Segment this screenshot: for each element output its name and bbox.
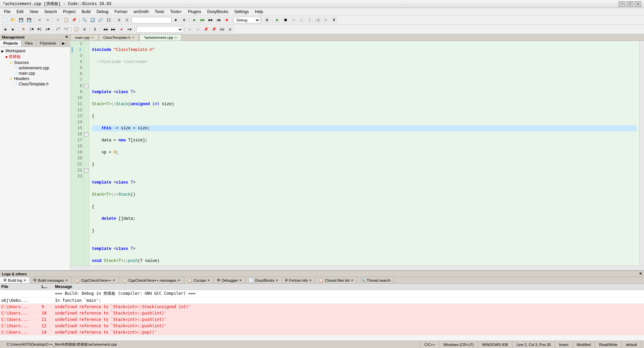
log-row-error-12[interactable]: C:\Users... 12 undefined reference to `S… [0,323,644,329]
editor-content[interactable]: 1 2 3 4 5 6 7 8 9 10 11 12 13 14 15 16 1… [70,41,644,266]
redo-button[interactable]: ↪ [44,16,51,24]
code-area[interactable]: #include "ClassTemplate.h" //#include <i… [89,41,639,266]
debug-step-out-button[interactable]: ↑ [306,16,313,24]
symbol-dropdown[interactable] [136,26,183,33]
save-button[interactable]: 💾 [17,16,25,24]
menu-tools-plus[interactable]: Tools+ [167,9,184,15]
tree-acheivement-cpp[interactable]: 📄 acheivement.cpp [1,65,69,71]
tab-acheivement-cpp-close[interactable]: ✕ [174,36,177,40]
info-button[interactable]: ℹ [91,26,99,33]
minimize-button[interactable]: ─ [619,1,625,7]
tab-files[interactable]: Files [21,40,36,47]
run-button[interactable]: ▶▶ [199,16,206,24]
debug-step-button[interactable]: ↓ [298,16,305,24]
pin-button[interactable]: 📌 [202,26,210,33]
unpin-button[interactable]: 📌 [210,26,218,33]
tab-cscope[interactable]: 📋 Cscope ✕ [184,277,214,283]
red-mark-button[interactable]: ● [118,26,125,33]
tab-projects[interactable]: Projects [0,40,21,47]
abort-button[interactable]: ⊠ [263,16,271,24]
menu-help[interactable]: Help [252,9,266,15]
maximize-button[interactable]: □ [627,1,633,7]
menu-file[interactable]: File [1,9,13,15]
tab-main-cpp-close[interactable]: ✕ [91,36,94,40]
menu-build[interactable]: Build [79,9,93,15]
info2-button[interactable]: Aα [218,26,226,33]
log-row-error-11[interactable]: C:\Users... 11 undefined reference to `S… [0,317,644,323]
debug-toggle-break-button[interactable]: ○ [322,16,329,24]
cppcheck-messages-close[interactable]: ✕ [178,279,180,282]
stop-button[interactable]: ■ [223,16,230,24]
open-button[interactable]: 📂 [9,16,17,24]
tab-acheivement-cpp[interactable]: *acheivement.cpp ✕ [140,34,181,41]
copy-button[interactable]: 📋 [62,16,70,24]
search-replace-button[interactable]: ⇄ [226,26,234,33]
new-button[interactable]: 📄 [1,16,9,24]
sidebar-close-button[interactable]: ✕ [65,35,68,39]
debug-run-to-button[interactable]: →| [314,16,321,24]
fold-16[interactable]: − [84,132,88,136]
tree-workspace[interactable]: ▶ Workspace [1,48,69,54]
arrow-left-button[interactable]: ← [186,26,194,33]
log-row-error-14[interactable]: C:\Users... 14 undefined reference to `S… [0,329,644,336]
menu-fortran[interactable]: Fortran [112,9,130,15]
bookmark-toggle-button[interactable]: ⚑ [20,26,27,33]
tab-doxyblocks[interactable]: 📄 DoxyBlocks ✕ [246,277,282,283]
undo-button[interactable]: ↩ [36,16,43,24]
menu-tools[interactable]: Tools [152,9,167,15]
jump-next-button[interactable]: ▶▶ [110,26,117,33]
tab-main-cpp[interactable]: main.cpp ✕ [70,34,98,41]
debug-next-button[interactable]: → [290,16,297,24]
tab-fsymbols[interactable]: FSymbols [37,40,60,47]
log-row-build-header[interactable]: === Build: Debug in 类模板 (compiler: GNU G… [0,290,644,297]
editor-scrollbar-h[interactable] [70,266,644,270]
find2-button[interactable]: 🔎 [97,16,104,24]
debug-stop-button[interactable]: ⏹ [282,16,289,24]
build-run-button[interactable]: ▶▶ [207,16,214,24]
log-row-error-10[interactable]: C:\Users... 10 undefined reference to `S… [0,310,644,317]
fold-toggle-button[interactable]: 📋 [73,26,80,33]
rebuild-button[interactable]: ↺▶ [215,16,222,24]
log-row-error-9[interactable]: C:\Users... 9 undefined reference to `St… [0,304,644,310]
tree-classtemplate-h[interactable]: 📄 ClassTemplate.h [1,81,69,87]
comment-button[interactable]: /* [54,26,62,33]
cscope-close[interactable]: ✕ [207,279,210,282]
tree-headers-folder[interactable]: ▼ Headers [1,76,69,81]
cut-button[interactable]: ✂ [54,16,62,24]
tab-closed-files[interactable]: 📋 Closed files list ✕ [316,277,357,283]
match-button[interactable]: {} [105,16,112,24]
menu-view[interactable]: View [27,9,41,15]
save-all-button[interactable]: 💾 [25,16,33,24]
tab-arrow[interactable]: ▶ [60,40,67,47]
tab-thread-search[interactable]: 🔍 Thread search [357,277,394,283]
close-button[interactable]: ✕ [635,1,641,7]
log-row-in-function[interactable]: obj\Debu... In function `main': [0,297,644,304]
menu-wxsmith[interactable]: wxSmith [131,9,151,15]
cppcheck-close[interactable]: ✕ [113,279,115,282]
search-settings-button[interactable]: ⚙ [180,16,188,24]
search-input[interactable] [131,17,172,23]
debugger-close[interactable]: ✕ [239,279,242,282]
menu-doxyblocks[interactable]: DoxyBlocks [205,9,231,15]
closed-files-close[interactable]: ✕ [351,279,354,282]
arrow-right-button[interactable]: → [194,26,202,33]
menu-plugins[interactable]: Plugins [185,9,204,15]
tab-build-log[interactable]: ⚙ Build log ✕ [0,277,30,283]
tree-project[interactable]: ■ 类模板 [1,54,69,60]
doxyblocks-close[interactable]: ✕ [276,279,278,282]
settings-button[interactable]: ⚙ [81,26,88,33]
uncomment-button[interactable]: */ [62,26,70,33]
tab-classtemplate-h[interactable]: ClassTemplate.h ✕ [99,34,139,41]
tab-debugger[interactable]: ⚙ Debugger ✕ [214,277,246,283]
paste-button[interactable]: 📌 [70,16,78,24]
bookmark-next-button[interactable]: ⚑⟩ [36,26,43,33]
replace-button[interactable]: 🔄 [89,16,96,24]
debug-pause-button[interactable]: ⏸ [330,16,337,24]
nav-forward-button[interactable]: ▶ [9,26,17,33]
menu-settings[interactable]: Settings [231,9,251,15]
clear-mark-button[interactable]: ✕● [126,26,133,33]
fortran-info-close[interactable]: ✕ [309,279,312,282]
bottom-panel-close[interactable]: ✕ [639,272,642,276]
menu-debug[interactable]: Debug [94,9,111,15]
bookmark-prev-button[interactable]: ⟨⚑ [28,26,35,33]
